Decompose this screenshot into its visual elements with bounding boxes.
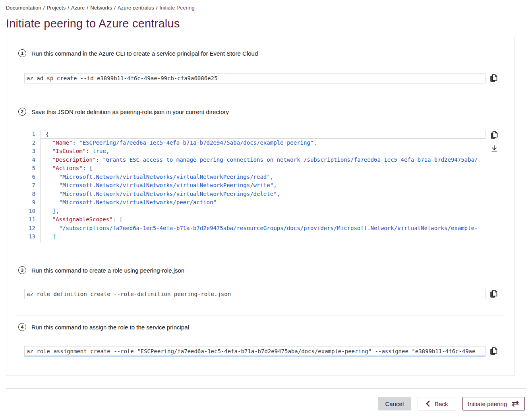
step-2-instruction: Save this JSON role definition as peerin…	[31, 108, 229, 115]
editor-line-number: 3	[24, 147, 40, 156]
breadcrumb-link-documentation[interactable]: Documentation	[6, 5, 41, 11]
editor-code-line[interactable]: {	[41, 130, 486, 139]
editor-line-number: 10	[24, 207, 40, 216]
editor-code-line[interactable]: ]	[41, 232, 486, 241]
step-4-command-row	[24, 346, 515, 356]
editor-code-line[interactable]: "Microsoft.Network/virtualNetworks/virtu…	[41, 173, 486, 182]
editor-line-number: 1	[24, 130, 40, 139]
breadcrumb-separator: /	[68, 5, 69, 11]
step-3-command-input[interactable]	[24, 289, 486, 299]
editor-line-number: 11	[24, 215, 40, 224]
editor-actions	[490, 130, 498, 153]
editor-code-line[interactable]: "Name": "ESCPeering/fa7eed6a-1ec5-4efa-b…	[41, 139, 486, 147]
editor-line-number: 4	[24, 156, 40, 165]
copy-icon	[490, 290, 498, 298]
breadcrumb-separator: /	[156, 5, 158, 11]
editor-code[interactable]: { "Name": "ESCPeering/fa7eed6a-1ec5-4efa…	[40, 130, 486, 243]
breadcrumb-link-azure-centralus[interactable]: Azure centralus	[118, 5, 154, 11]
copy-icon	[490, 74, 498, 83]
editor-gutter: 1234567891011121314	[24, 130, 40, 243]
json-editor-wrap: 1234567891011121314 { "Name": "ESCPeerin…	[24, 130, 515, 243]
step-3-number-badge: 3	[18, 266, 26, 274]
editor-line-number: 6	[24, 173, 40, 182]
breadcrumb-current-initiate-peering: Initiate Peering	[159, 5, 194, 11]
step-4-header: 4 Run this command to assign the role to…	[18, 323, 515, 331]
json-copy-button[interactable]	[490, 131, 498, 139]
editor-line-number: 8	[24, 190, 40, 199]
copy-icon	[490, 131, 498, 139]
section-divider	[16, 315, 505, 316]
initiate-peering-button[interactable]: Initiate peering	[462, 397, 525, 410]
json-role-editor[interactable]: 1234567891011121314 { "Name": "ESCPeerin…	[24, 130, 486, 243]
editor-code-line[interactable]: "AssignableScopes": [	[41, 215, 486, 224]
step-3-instruction: Run this command to create a role using …	[31, 267, 184, 274]
editor-line-number: 9	[24, 198, 40, 207]
editor-code-line[interactable]: ],	[41, 207, 486, 216]
section-divider	[16, 99, 505, 99]
step-1-copy-button[interactable]	[490, 74, 498, 83]
editor-line-number: 13	[24, 232, 40, 241]
step-1-command-input[interactable]	[24, 73, 486, 83]
editor-code-line[interactable]: "Microsoft.Network/virtualNetworks/virtu…	[41, 181, 486, 190]
breadcrumb-link-projects[interactable]: Projects	[46, 5, 66, 11]
back-button-label: Back	[435, 401, 448, 407]
editor-code-line[interactable]: "Microsoft.Network/virtualNetworks/virtu…	[41, 190, 486, 199]
editor-code-line[interactable]: "Actions": [	[41, 164, 486, 173]
wizard-card: 1 Run this command in the Azure CLI to c…	[6, 37, 515, 376]
step-4-command-input[interactable]	[24, 346, 486, 356]
initiate-peering-label: Initiate peering	[468, 401, 507, 407]
download-icon	[490, 145, 498, 153]
page-title: Initiate peering to Azure centralus	[6, 17, 532, 30]
editor-line-number: 7	[24, 181, 40, 190]
breadcrumb-separator: /	[114, 5, 116, 11]
editor-code-line[interactable]: "Description": "Grants ESC access to man…	[41, 156, 486, 165]
step-1-header: 1 Run this command in the Azure CLI to c…	[18, 49, 515, 57]
step-2-number-badge: 2	[18, 108, 26, 116]
step-1-instruction: Run this command in the Azure CLI to cre…	[31, 50, 258, 57]
breadcrumb-link-networks[interactable]: Networks	[90, 5, 112, 11]
breadcrumb-separator: /	[87, 5, 88, 11]
footer-actions: Cancel Back Initiate peering	[0, 397, 525, 410]
step-1-command-row	[24, 73, 515, 83]
breadcrumb: Documentation/Projects/Azure/Networks/Az…	[6, 5, 532, 11]
editor-code-line[interactable]: "/subscriptions/fa7eed6a-1ec5-4efa-b71a-…	[41, 224, 486, 233]
breadcrumb-link-azure[interactable]: Azure	[71, 5, 85, 11]
step-4-instruction: Run this command to assign the role to t…	[31, 324, 189, 331]
section-divider	[16, 258, 505, 258]
editor-line-number: 5	[24, 164, 40, 173]
step-3-copy-button[interactable]	[490, 290, 498, 298]
breadcrumb-separator: /	[43, 5, 45, 11]
cancel-button[interactable]: Cancel	[378, 397, 412, 410]
json-download-button[interactable]	[490, 145, 498, 153]
step-3-command-row	[24, 289, 515, 299]
editor-code-line[interactable]: "Microsoft.Network/virtualNetworks/peer/…	[41, 198, 486, 207]
step-1-number-badge: 1	[18, 49, 26, 57]
step-4-number-badge: 4	[18, 323, 26, 331]
transfer-arrows-icon	[511, 401, 519, 407]
editor-code-line[interactable]: }	[41, 241, 486, 244]
step-2-header: 2 Save this JSON role definition as peer…	[18, 108, 515, 116]
step-3-header: 3 Run this command to create a role usin…	[18, 266, 515, 274]
back-chevron-icon	[426, 401, 430, 407]
editor-code-line[interactable]: "IsCustom": true,	[41, 147, 486, 156]
copy-icon	[490, 347, 498, 356]
back-button[interactable]: Back	[418, 397, 456, 410]
step-4-copy-button[interactable]	[490, 347, 498, 356]
editor-line-number: 12	[24, 224, 40, 233]
editor-line-number: 14	[24, 241, 40, 244]
footer-divider	[6, 388, 526, 389]
editor-line-number: 2	[24, 139, 40, 147]
